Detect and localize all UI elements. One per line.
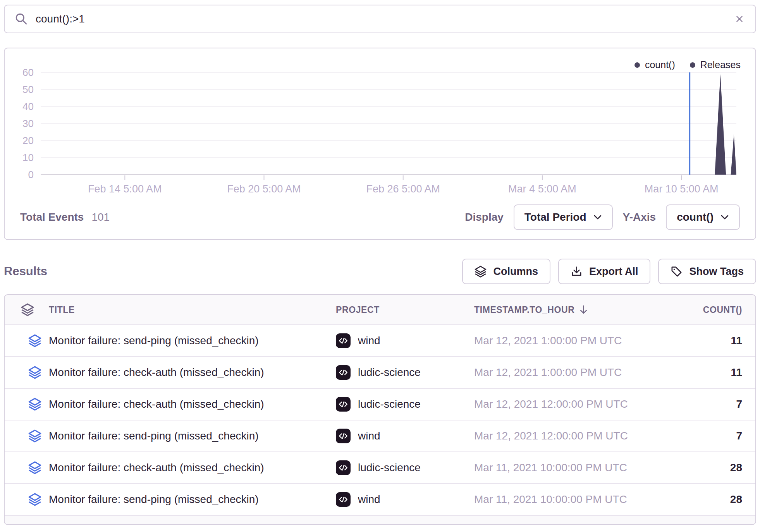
row-title: Monitor failure: send-ping (missed_check… xyxy=(49,430,336,442)
results-table: TITLE PROJECT TIMESTAMP.TO_HOUR COUNT() xyxy=(4,294,756,525)
row-timestamp: Mar 11, 2021 10:00:00 PM UTC xyxy=(474,462,666,474)
row-title: Monitor failure: check-auth (missed_chec… xyxy=(49,398,336,410)
project-platform-icon xyxy=(336,365,351,380)
row-project: wind xyxy=(336,333,474,348)
svg-text:20: 20 xyxy=(22,135,34,146)
svg-text:40: 40 xyxy=(22,101,34,112)
row-title: Monitor failure: send-ping (missed_check… xyxy=(49,493,336,506)
legend-item-count[interactable]: count() xyxy=(634,59,675,70)
svg-text:Mar 4 5:00 AM: Mar 4 5:00 AM xyxy=(508,183,576,195)
total-events-label: Total Events xyxy=(20,211,84,223)
show-tags-button[interactable]: Show Tags xyxy=(658,259,756,284)
results-table-header: TITLE PROJECT TIMESTAMP.TO_HOUR COUNT() xyxy=(5,295,755,325)
svg-text:Feb 20 5:00 AM: Feb 20 5:00 AM xyxy=(227,183,301,195)
legend-label: count() xyxy=(645,59,675,70)
stack-events-icon[interactable] xyxy=(5,461,49,474)
search-input[interactable] xyxy=(36,13,726,25)
legend-item-releases[interactable]: Releases xyxy=(690,59,741,70)
search-bar xyxy=(4,5,756,33)
export-all-button-label: Export All xyxy=(589,266,638,278)
display-dropdown-value: Total Period xyxy=(524,211,586,223)
total-events: Total Events 101 xyxy=(20,211,110,223)
chart-legend: count() Releases xyxy=(634,59,741,70)
row-project: ludic-science xyxy=(336,460,474,475)
stack-events-icon[interactable] xyxy=(5,493,49,506)
yaxis-label: Y-Axis xyxy=(623,211,656,223)
svg-text:Feb 26 5:00 AM: Feb 26 5:00 AM xyxy=(366,183,440,195)
project-name: wind xyxy=(358,335,380,347)
legend-label: Releases xyxy=(700,59,741,70)
column-header-count[interactable]: COUNT() xyxy=(666,305,755,315)
chevron-down-icon xyxy=(593,215,602,220)
legend-dot-releases xyxy=(690,62,695,68)
results-header: Results Columns Export All xyxy=(4,259,756,284)
row-timestamp: Mar 12, 2021 12:00:00 PM UTC xyxy=(474,398,666,410)
row-project: ludic-science xyxy=(336,397,474,412)
tag-icon xyxy=(671,266,683,278)
results-table-body: Monitor failure: send-ping (missed_check… xyxy=(5,325,755,516)
row-count: 7 xyxy=(666,430,755,442)
row-count: 7 xyxy=(666,398,755,410)
row-count: 28 xyxy=(666,493,755,506)
layers-icon xyxy=(21,303,34,316)
row-timestamp: Mar 12, 2021 1:00:00 PM UTC xyxy=(474,335,666,347)
stack-events-icon[interactable] xyxy=(5,366,49,379)
table-row[interactable]: Monitor failure: check-auth (missed_chec… xyxy=(5,389,755,420)
project-platform-icon xyxy=(336,333,351,348)
stack-events-icon[interactable] xyxy=(5,429,49,443)
row-title: Monitor failure: check-auth (missed_chec… xyxy=(49,462,336,474)
display-dropdown[interactable]: Total Period xyxy=(514,204,613,230)
row-project: ludic-science xyxy=(336,365,474,380)
svg-text:Mar 10 5:00 AM: Mar 10 5:00 AM xyxy=(645,183,719,195)
row-timestamp: Mar 12, 2021 12:00:00 PM UTC xyxy=(474,430,666,442)
project-name: wind xyxy=(358,430,380,442)
columns-button-label: Columns xyxy=(493,266,538,278)
project-name: ludic-science xyxy=(358,366,421,379)
close-icon[interactable] xyxy=(734,13,745,25)
row-count: 11 xyxy=(666,335,755,347)
chevron-down-icon xyxy=(720,215,729,220)
table-row[interactable]: Monitor failure: send-ping (missed_check… xyxy=(5,420,755,452)
row-timestamp: Mar 11, 2021 10:00:00 PM UTC xyxy=(474,493,666,506)
column-header-timestamp[interactable]: TIMESTAMP.TO_HOUR xyxy=(474,305,666,315)
table-row[interactable]: Monitor failure: check-auth (missed_chec… xyxy=(5,357,755,389)
column-header-title[interactable]: TITLE xyxy=(49,305,336,315)
yaxis-dropdown[interactable]: count() xyxy=(666,204,740,230)
row-title: Monitor failure: check-auth (missed_chec… xyxy=(49,366,336,379)
download-icon xyxy=(571,266,583,278)
layers-icon xyxy=(475,266,487,278)
results-table-footer xyxy=(5,516,755,524)
column-header-stack[interactable] xyxy=(5,303,49,316)
project-platform-icon xyxy=(336,492,351,507)
yaxis-dropdown-value: count() xyxy=(677,211,714,223)
svg-text:Feb 14 5:00 AM: Feb 14 5:00 AM xyxy=(88,183,162,195)
row-timestamp: Mar 12, 2021 1:00:00 PM UTC xyxy=(474,366,666,379)
stack-events-icon[interactable] xyxy=(5,334,49,347)
row-project: wind xyxy=(336,492,474,507)
project-name: wind xyxy=(358,493,380,506)
column-header-project[interactable]: PROJECT xyxy=(336,305,474,315)
display-label: Display xyxy=(465,211,504,223)
row-count: 28 xyxy=(666,462,755,474)
row-count: 11 xyxy=(666,366,755,379)
project-name: ludic-science xyxy=(358,462,421,474)
chart-footer: Total Events 101 Display Total Period Y-… xyxy=(20,204,740,230)
events-chart-svg: 0102030405060Feb 14 5:00 AMFeb 20 5:00 A… xyxy=(8,58,748,197)
project-name: ludic-science xyxy=(358,398,421,410)
search-icon xyxy=(15,12,28,26)
svg-text:10: 10 xyxy=(22,152,34,163)
results-title: Results xyxy=(4,264,47,278)
svg-text:0: 0 xyxy=(28,169,34,180)
stack-events-icon[interactable] xyxy=(5,398,49,411)
project-platform-icon xyxy=(336,460,351,475)
project-platform-icon xyxy=(336,397,351,412)
columns-button[interactable]: Columns xyxy=(462,259,550,284)
project-platform-icon xyxy=(336,429,351,443)
table-row[interactable]: Monitor failure: send-ping (missed_check… xyxy=(5,325,755,357)
sort-desc-icon xyxy=(578,305,589,315)
legend-dot-count xyxy=(634,62,640,68)
export-all-button[interactable]: Export All xyxy=(558,259,651,284)
table-row[interactable]: Monitor failure: check-auth (missed_chec… xyxy=(5,452,755,484)
table-row[interactable]: Monitor failure: send-ping (missed_check… xyxy=(5,484,755,516)
show-tags-button-label: Show Tags xyxy=(689,266,744,278)
